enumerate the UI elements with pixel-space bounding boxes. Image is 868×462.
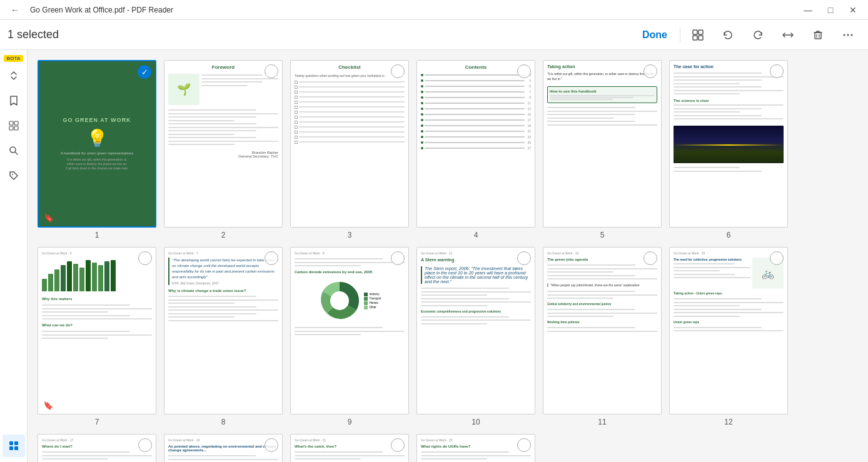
thumb-card-16[interactable]: Go Green at Work · 23 What rights do UGR… <box>416 434 535 462</box>
page-16-checkbox[interactable] <box>517 438 531 452</box>
page-thumb-1[interactable]: ✓ GO GREEN AT WORK 💡 A handbook for unio… <box>38 60 156 239</box>
rotate-right-button[interactable] <box>745 23 770 48</box>
page-11-checkbox[interactable] <box>643 251 657 265</box>
page-14-checkbox[interactable] <box>265 438 278 452</box>
thumb-card-7[interactable]: Go Green at Work · 5 <box>38 247 156 414</box>
grid-view-button[interactable] <box>685 23 710 48</box>
page-15-heading: What's the catch, then? <box>295 444 405 448</box>
thumb-card-15[interactable]: Go Green at Work · 21 What's the catch, … <box>290 434 409 462</box>
thumb-card-5[interactable]: Taking action "It is within our gift, wi… <box>543 60 662 228</box>
page-thumb-15[interactable]: Go Green at Work · 21 What's the catch, … <box>290 434 409 462</box>
sidebar-tag-btn[interactable] <box>3 164 25 187</box>
sidebar-layers-btn[interactable] <box>3 114 25 137</box>
arrows-button[interactable] <box>775 23 800 48</box>
page-15-checkbox[interactable] <box>391 438 405 452</box>
thumb-card-3[interactable]: Checklist Twenty questions when working … <box>290 60 409 228</box>
page-1-subtitle: A handbook for union green representativ… <box>61 151 133 155</box>
sidebar-arrows-btn[interactable] <box>3 64 25 87</box>
page-thumb-4[interactable]: Contents 2 4 5 7 9 11 13 15 17 19 <box>416 60 535 239</box>
page-thumb-6[interactable]: The case for action The science is clear <box>669 60 788 239</box>
thumb-card-13[interactable]: Go Green at Work · 17 Where do I start? <box>38 434 156 462</box>
page-10-checkbox[interactable] <box>517 251 531 265</box>
sidebar-bookmark-btn[interactable] <box>3 89 25 112</box>
page-11-quote: "When people say jobs/climate, these are… <box>547 283 657 287</box>
page-6-checkbox[interactable] <box>770 64 784 78</box>
svg-point-10 <box>851 34 853 36</box>
page-13-checkbox[interactable] <box>138 438 152 452</box>
search-icon <box>8 145 19 156</box>
back-button[interactable]: ← <box>5 0 25 20</box>
page-thumb-8[interactable]: Go Green at Work · 7 "The developing wor… <box>164 247 283 426</box>
page-4-checkbox[interactable] <box>517 64 531 78</box>
svg-rect-18 <box>9 441 13 445</box>
thumb-card-6[interactable]: The case for action The science is clear <box>669 60 788 228</box>
page-10-top-label: Go Green at Work · 11 <box>421 251 531 255</box>
thumb-card-14[interactable]: Go Green at Work · 19 As pointed above, … <box>164 434 283 462</box>
page-12-number: 12 <box>724 418 732 426</box>
page-3-checkbox[interactable] <box>391 64 405 78</box>
page-11-heading: The green jobs agenda <box>547 258 657 261</box>
svg-rect-2 <box>693 36 697 40</box>
page-4-heading: Contents <box>421 64 531 70</box>
page-thumb-3[interactable]: Checklist Twenty questions when working … <box>290 60 409 239</box>
page-7-checkbox[interactable] <box>138 251 152 265</box>
thumb-card-12[interactable]: Go Green at Work · 15 The need for colle… <box>669 247 788 414</box>
page-thumb-5[interactable]: Taking action "It is within our gift, wi… <box>543 60 662 239</box>
page-thumb-10[interactable]: Go Green at Work · 11 A Stern warning Th… <box>416 247 535 426</box>
thumbnail-grid[interactable]: ✓ GO GREEN AT WORK 💡 A handbook for unio… <box>28 50 868 462</box>
page-1-checkbox[interactable]: ✓ <box>138 65 151 79</box>
sidebar-grid-btn[interactable] <box>3 434 25 457</box>
page-7-number: 7 <box>95 418 99 426</box>
thumb-card-9[interactable]: Go Green at Work · 9 Carbon dioxide emis… <box>290 247 409 414</box>
page-thumb-11[interactable]: Go Green at Work · 13 The green jobs age… <box>543 247 662 426</box>
page-3-heading: Checklist <box>295 64 405 70</box>
page-thumb-12[interactable]: Go Green at Work · 15 The need for colle… <box>669 247 788 426</box>
svg-rect-5 <box>815 33 821 39</box>
page-8-top-label: Go Green at Work · 7 <box>168 251 278 255</box>
page-thumb-14[interactable]: Go Green at Work · 19 As pointed above, … <box>164 434 283 462</box>
maximize-button[interactable]: □ <box>820 0 840 20</box>
more-button[interactable] <box>835 23 860 48</box>
page-thumb-9[interactable]: Go Green at Work · 9 Carbon dioxide emis… <box>290 247 409 426</box>
thumb-card-8[interactable]: Go Green at Work · 7 "The developing wor… <box>164 247 283 414</box>
svg-point-8 <box>844 34 845 36</box>
delete-button[interactable] <box>805 23 830 48</box>
minimize-button[interactable]: — <box>798 0 818 20</box>
page-11-top-label: Go Green at Work · 13 <box>547 251 657 255</box>
thumb-card-11[interactable]: Go Green at Work · 13 The green jobs age… <box>543 247 662 414</box>
sidebar-search-btn[interactable] <box>3 139 25 162</box>
page-1-quote: It is within our gift, within this gener… <box>66 158 128 171</box>
page-14-top-label: Go Green at Work · 19 <box>168 438 278 442</box>
rotate-left-button[interactable] <box>715 23 740 48</box>
page-thumb-13[interactable]: Go Green at Work · 17 Where do I start? … <box>38 434 156 462</box>
svg-rect-13 <box>9 126 13 130</box>
page-12-checkbox[interactable] <box>770 251 784 265</box>
arrows-icon <box>8 70 19 81</box>
page-7-bookmark-icon: 🔖 <box>43 401 53 410</box>
page-thumb-7[interactable]: Go Green at Work · 5 <box>38 247 156 426</box>
page-thumb-16[interactable]: Go Green at Work · 23 What rights do UGR… <box>416 434 535 462</box>
thumb-card-4[interactable]: Contents 2 4 5 7 9 11 13 15 17 19 <box>416 60 535 228</box>
page-5-checkbox[interactable] <box>643 64 657 78</box>
page-15-top-label: Go Green at Work · 21 <box>295 438 405 442</box>
page-2-image: 🌱 <box>168 74 199 105</box>
close-button[interactable]: ✕ <box>843 0 863 20</box>
page-1-bulb-icon: 💡 <box>86 128 108 149</box>
tag-icon <box>8 170 19 181</box>
page-8-number: 8 <box>221 418 226 426</box>
thumb-card-10[interactable]: Go Green at Work · 11 A Stern warning Th… <box>416 247 535 414</box>
page-2-checkbox[interactable] <box>265 64 278 78</box>
page-8-why-heading: Why is climate change a trade union issu… <box>168 289 278 293</box>
page-9-checkbox[interactable] <box>391 251 405 265</box>
titlebar-controls: — □ ✕ <box>798 0 863 20</box>
page-8-checkbox[interactable] <box>265 251 278 265</box>
page-1-bookmark-icon: 🔖 <box>44 213 54 223</box>
thumb-card-1[interactable]: ✓ GO GREEN AT WORK 💡 A handbook for unio… <box>38 60 156 228</box>
page-13-heading: Where do I start? <box>42 444 152 448</box>
thumb-card-2[interactable]: Foreword 🌱 Brandon BarberGene <box>164 60 283 228</box>
page-6-heading: The case for action <box>674 64 784 69</box>
done-button[interactable]: Done <box>635 27 675 43</box>
selected-count: 1 selected <box>8 28 59 41</box>
page-thumb-2[interactable]: Foreword 🌱 Brandon BarberGene <box>164 60 283 239</box>
bota-label[interactable]: BOTA <box>4 55 23 62</box>
